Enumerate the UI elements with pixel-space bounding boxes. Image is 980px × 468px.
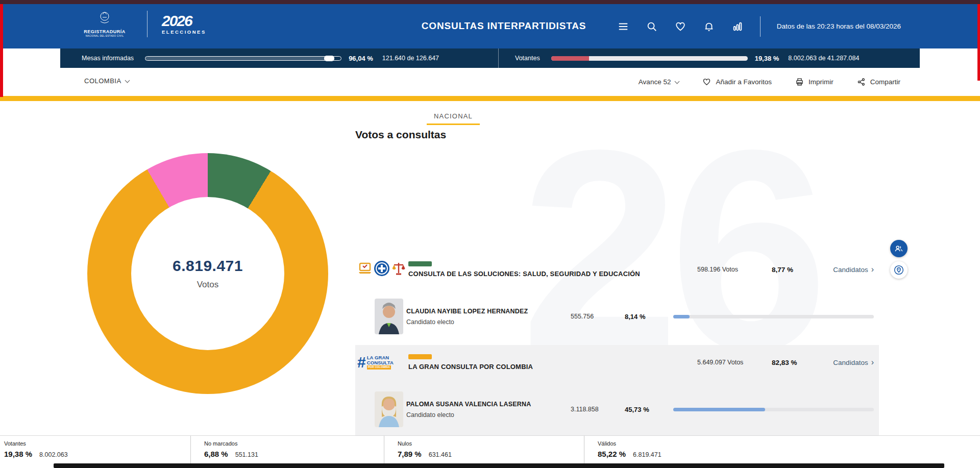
location-button[interactable] [890, 261, 908, 279]
stat-pct: 7,89 % [398, 450, 422, 458]
stat-label: Votantes [4, 440, 190, 447]
candidate-name: CLAUDIA NAYIBE LOPEZ HERNANDEZ [406, 308, 571, 315]
region-dropdown[interactable]: COLOMBIA [84, 77, 129, 85]
toolbar-actions: Avance 52 Añadir a Favoritos Imprimir Co… [639, 68, 900, 96]
consulta-row-lagran: # LA GRAN CONSULTA POR COLOMBIA LA GRAN … [355, 354, 879, 371]
bottom-bar [54, 463, 944, 468]
tab-nacional[interactable]: NACIONAL [427, 112, 480, 125]
floating-actions [890, 240, 908, 279]
stat-no-marcados: No marcados 6,88 % 551.131 [190, 436, 384, 463]
mesas-label: Mesas informadas [82, 55, 134, 62]
mesas-progress-group: Mesas informadas 96,04 % 121.640 de 126.… [60, 48, 498, 68]
stat-validos: Válidos 85,22 % 6.819.471 [584, 436, 980, 463]
support-contact-button[interactable] [890, 240, 908, 257]
yellow-divider [0, 96, 980, 101]
print-button[interactable]: Imprimir [795, 78, 834, 86]
consulta-titleblock: CONSULTA DE LAS SOLUCIONES: SALUD, SEGUR… [408, 261, 697, 278]
consulta-votes: 5.649.097 Votos [697, 359, 772, 366]
search-icon[interactable] [646, 20, 658, 33]
medical-cross-party-icon [374, 260, 390, 279]
main-content: 26 NACIONAL Votos a consultas 6.819.471 … [0, 101, 980, 435]
stat-label: Válidos [598, 440, 980, 447]
page: REGISTRADURÍA NACIONAL DEL ESTADO CIVIL … [0, 0, 980, 468]
candidate-progressbar [673, 408, 874, 411]
consulta-color-chip [408, 354, 432, 359]
candidatos-link[interactable]: Candidatos › [819, 358, 879, 366]
stat-value: 6.819.471 [633, 451, 662, 458]
consultas-list: CONSULTA DE LAS SOLUCIONES: SALUD, SEGUR… [355, 260, 879, 435]
logo-area: REGISTRADURÍA NACIONAL DEL ESTADO CIVIL … [77, 10, 206, 37]
stat-pct: 19,38 % [4, 450, 32, 458]
registraduria-emblem-icon [96, 10, 113, 28]
candidatos-link[interactable]: Candidatos › [819, 265, 879, 274]
menu-icon[interactable] [617, 20, 629, 33]
candidate-votes: 555.756 [571, 313, 625, 320]
consulta-pct: 82,83 % [772, 359, 819, 366]
consulta-row-soluciones: CONSULTA DE LAS SOLUCIONES: SALUD, SEGUR… [355, 260, 879, 279]
candidate-votes: 3.118.858 [571, 406, 625, 413]
candidatos-link-label: Candidatos [833, 359, 868, 366]
elecciones-2026-logo: 2026 ELECCIONES [162, 13, 206, 35]
stat-value: 631.461 [429, 451, 452, 458]
logo-year: 2026 [162, 13, 206, 29]
candidate-row-claudia: CLAUDIA NAYIBE LOPEZ HERNANDEZ Candidato… [355, 298, 879, 335]
chevron-right-icon: › [871, 358, 874, 366]
map-pin-icon [894, 265, 904, 275]
scales-party-icon [391, 261, 406, 278]
stats-chart-icon[interactable] [731, 20, 744, 33]
logo-divider [147, 11, 148, 37]
chevron-down-icon [125, 78, 130, 83]
consulta-titleblock: LA GRAN CONSULTA POR COLOMBIA [408, 354, 697, 371]
progress-band: Mesas informadas 96,04 % 121.640 de 126.… [60, 48, 920, 68]
lagran-consulta-logo: # LA GRAN CONSULTA POR COLOMBIA [357, 355, 408, 370]
chevron-right-icon: › [871, 265, 874, 274]
mesas-pct: 96,04 % [349, 55, 373, 62]
laptop-party-icon [357, 261, 373, 278]
left-red-edge [0, 4, 3, 97]
favorites-heart-icon[interactable] [674, 20, 687, 33]
add-favorites-label: Añadir a Favoritos [716, 78, 772, 86]
candidate-progress-fill [673, 408, 765, 411]
consulta-title: LA GRAN CONSULTA POR COLOMBIA [408, 363, 697, 371]
donut-chart: 6.819.471 Votos [87, 153, 328, 394]
stat-pct: 6,88 % [204, 450, 228, 458]
mesas-detail: 121.640 de 126.647 [382, 55, 439, 62]
printer-icon [795, 78, 804, 86]
votantes-pct: 19,38 % [755, 55, 779, 62]
app-header: REGISTRADURÍA NACIONAL DEL ESTADO CIVIL … [0, 4, 980, 48]
add-favorites-button[interactable]: Añadir a Favoritos [702, 78, 772, 86]
candidate-status: Candidato electo [406, 318, 571, 326]
registraduria-logo[interactable]: REGISTRADURÍA NACIONAL DEL ESTADO CIVIL [77, 10, 133, 37]
lagran-line2: CONSULTA [367, 360, 394, 365]
candidate-progressbar [673, 315, 874, 318]
votantes-progress-fill [551, 56, 590, 61]
mesas-progress-thumb [324, 56, 334, 61]
print-label: Imprimir [808, 78, 834, 86]
top-strip [0, 0, 980, 4]
consulta-votes: 598.196 Votos [697, 266, 772, 273]
consulta-pct: 8,77 % [772, 266, 819, 274]
total-votes-label: Votos [197, 280, 219, 290]
data-timestamp: Datos de las 20:23 horas del 08/03/2026 [777, 22, 901, 30]
chevron-down-icon [675, 79, 680, 84]
registraduria-title: REGISTRADURÍA [84, 29, 126, 34]
share-icon [857, 78, 866, 86]
stat-votantes: Votantes 19,38 % 8.002.063 [0, 436, 190, 463]
notifications-bell-icon[interactable] [703, 20, 715, 33]
page-title: CONSULTAS INTERPARTIDISTAS [422, 20, 586, 32]
stat-label: Nulos [398, 440, 584, 447]
candidate-photo [375, 391, 403, 427]
share-label: Compartir [870, 78, 900, 86]
mesas-progressbar [145, 56, 341, 61]
candidate-name: PALOMA SUSANA VALENCIA LASERNA [406, 401, 571, 408]
votantes-detail: 8.002.063 de 41.287.084 [788, 55, 859, 62]
tab-active-underline [427, 124, 480, 125]
logo-elecciones: ELECCIONES [162, 30, 206, 35]
share-button[interactable]: Compartir [857, 78, 900, 86]
candidate-status: Candidato electo [406, 411, 571, 418]
heart-icon [702, 78, 711, 86]
mesas-progress-fill [145, 57, 333, 60]
candidate-progress-fill [673, 315, 690, 318]
candidate-photo [375, 299, 403, 334]
avance-dropdown[interactable]: Avance 52 [639, 78, 679, 86]
